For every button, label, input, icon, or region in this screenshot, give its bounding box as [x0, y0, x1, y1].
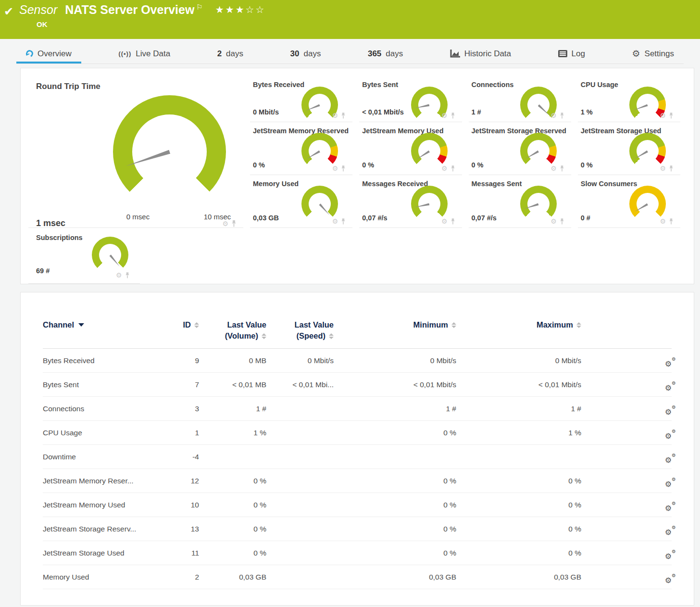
gauge-dial[interactable]: [411, 133, 448, 169]
gear-icon[interactable]: ⚙: [660, 112, 666, 119]
tab-bar: Overview ((•)) Live Data 2 days 30 days …: [16, 46, 684, 64]
column-header-maximum[interactable]: Maximum: [537, 320, 581, 329]
pin-icon[interactable]: [669, 218, 674, 225]
gear-icon[interactable]: ⚙: [550, 165, 557, 172]
gear-icon[interactable]: ⚙: [332, 218, 338, 225]
pin-icon[interactable]: [560, 113, 564, 119]
pin-icon[interactable]: [560, 165, 564, 172]
pin-icon[interactable]: [341, 165, 346, 172]
sort-icon[interactable]: [194, 322, 199, 328]
channel-name[interactable]: Bytes Received: [43, 356, 158, 365]
gear-icon[interactable]: ⚙: [332, 112, 338, 119]
gauges-panel: Round Trip Time 0 msec 10 msec 1 msec ⚙ …: [20, 68, 694, 284]
channel-name[interactable]: JetStream Storage Reserv...: [43, 525, 158, 533]
gauge-card: Slow Consumers 0 # ⚙: [578, 175, 680, 228]
tab-log[interactable]: Log: [549, 46, 595, 63]
gauge-title: Slow Consumers: [581, 180, 638, 188]
gauge-needle: [414, 103, 429, 110]
gear-icon[interactable]: ⚙: [550, 112, 557, 119]
channel-name[interactable]: Connections: [43, 405, 158, 413]
gauge-value: 0 Mbit/s: [253, 108, 279, 116]
pin-icon[interactable]: [669, 113, 674, 119]
maximum-value: 0 %: [456, 525, 581, 533]
gauge-dial[interactable]: [301, 133, 338, 169]
channel-name[interactable]: Downtime: [43, 453, 158, 461]
pin-icon[interactable]: [231, 220, 237, 227]
minimum-value: 0 %: [334, 501, 456, 509]
gauge-dial[interactable]: [629, 133, 666, 169]
page-title: NATS Server Overview: [65, 3, 194, 17]
gauge-value: 0,07 #/s: [362, 214, 387, 222]
tab-overview[interactable]: Overview: [16, 46, 81, 63]
gear-icon[interactable]: ⚙: [660, 218, 666, 225]
gauge-scale-min: 0 msec: [119, 213, 157, 221]
subscriptions-gauge[interactable]: [92, 237, 128, 273]
pin-icon[interactable]: [125, 272, 130, 278]
log-icon: [558, 50, 567, 57]
channel-id: 13: [158, 525, 199, 533]
gauge-card: Connections 1 # ⚙: [469, 76, 571, 122]
tab-2-days[interactable]: 2 days: [208, 46, 253, 63]
tab-historic-data[interactable]: Historic Data: [440, 46, 521, 63]
gauge-title: Bytes Received: [253, 81, 304, 89]
gauge-dial[interactable]: [301, 186, 338, 222]
tab-live-data[interactable]: ((•)) Live Data: [109, 46, 180, 63]
gauge-title: Subscriptions: [36, 234, 83, 241]
gear-icon[interactable]: ⚙: [116, 272, 122, 278]
gauge-dial[interactable]: [520, 133, 557, 169]
gauge-scale-max: 10 msec: [196, 213, 239, 221]
column-header-id[interactable]: ID: [183, 320, 200, 329]
gauge-card: CPU Usage 1 % ⚙: [578, 76, 680, 122]
round-trip-time-gauge[interactable]: [113, 95, 226, 208]
gauge-dial[interactable]: [520, 186, 557, 222]
pin-icon[interactable]: [560, 218, 564, 225]
column-header-last-value-speed[interactable]: Last Value (Speed): [294, 320, 334, 341]
sort-icon[interactable]: [451, 322, 456, 328]
gear-icon[interactable]: ⚙: [332, 165, 338, 172]
sort-icon[interactable]: [262, 333, 266, 339]
flag-icon[interactable]: ⚐: [196, 3, 202, 12]
table-row: JetStream Storage Reserv... 13 0 % 0 % 0…: [43, 517, 672, 541]
gear-icon[interactable]: ⚙: [222, 220, 228, 227]
channel-name[interactable]: Memory Used: [43, 573, 158, 582]
table-row: Memory Used 2 0,03 GB 0,03 GB 0,03 GB ⚙ …: [43, 565, 672, 589]
gear-icon[interactable]: ⚙: [660, 165, 666, 172]
maximum-value: 0 Mbit/s: [456, 356, 581, 365]
gear-icon[interactable]: ⚙: [550, 218, 557, 225]
pin-icon[interactable]: [341, 113, 346, 119]
column-header-last-value-volume[interactable]: Last Value (Volume): [225, 320, 266, 341]
channel-id: 2: [158, 573, 199, 582]
maximum-value: 0 %: [456, 501, 581, 509]
last-value-volume: 1 #: [199, 405, 266, 413]
last-value-volume: < 0,01 MB: [199, 380, 266, 389]
gauge-dial[interactable]: [411, 186, 448, 222]
last-value-volume: 0,03 GB: [199, 573, 266, 582]
tab-30-days[interactable]: 30 days: [281, 46, 331, 63]
pin-icon[interactable]: [669, 165, 674, 172]
sort-icon[interactable]: [329, 333, 334, 339]
column-header-channel[interactable]: Channel: [43, 320, 84, 329]
channel-name[interactable]: CPU Usage: [43, 429, 158, 437]
channel-name[interactable]: JetStream Memory Reser...: [43, 477, 158, 485]
channels-table-panel: Channel ID Last Value (Volume) Last Valu…: [20, 292, 694, 606]
tab-settings[interactable]: ⚙ Settings: [623, 46, 684, 63]
tab-365-days[interactable]: 365 days: [358, 46, 412, 63]
channel-name[interactable]: JetStream Storage Used: [43, 549, 158, 557]
column-header-minimum[interactable]: Minimum: [413, 320, 456, 329]
channel-name[interactable]: Bytes Sent: [43, 380, 158, 389]
pin-icon[interactable]: [450, 218, 455, 225]
minimum-value: 0 %: [334, 549, 456, 557]
pin-icon[interactable]: [341, 218, 346, 225]
priority-stars[interactable]: ★★★☆☆: [215, 4, 266, 15]
pin-icon[interactable]: [450, 113, 455, 119]
sort-icon[interactable]: [576, 322, 581, 328]
gear-icon[interactable]: ⚙: [441, 218, 448, 225]
table-row: Connections 3 1 # 1 # 1 # ⚙ ⚙: [43, 397, 672, 421]
gear-icon[interactable]: ⚙: [441, 165, 448, 172]
gauge-card: Messages Received 0,07 #/s ⚙: [359, 175, 462, 228]
gauge-dial[interactable]: [629, 186, 666, 222]
round-trip-time-card: Round Trip Time 0 msec 10 msec 1 msec ⚙: [28, 76, 243, 228]
pin-icon[interactable]: [450, 165, 455, 172]
channel-name[interactable]: JetStream Memory Used: [43, 501, 158, 509]
gear-icon[interactable]: ⚙: [441, 112, 448, 119]
